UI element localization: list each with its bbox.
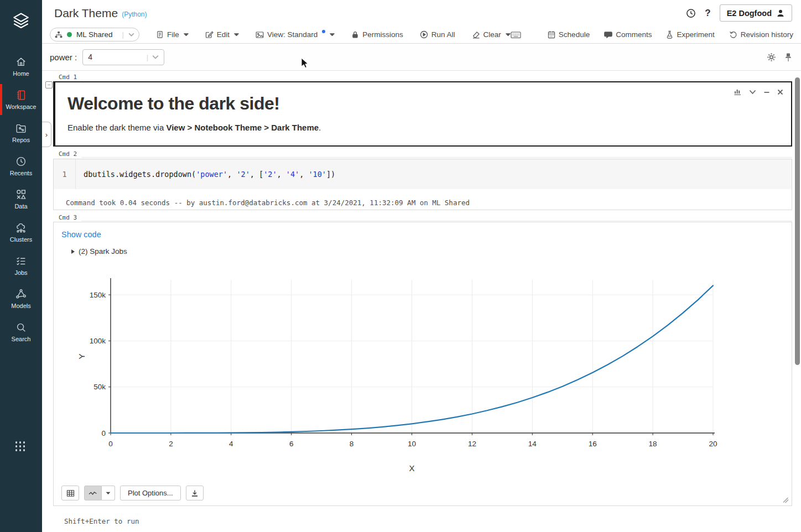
cmd1-label-row: Cmd 1 — [53, 74, 792, 81]
title-bar: Dark Theme (Python) ? E2 Dogfood — [42, 0, 801, 26]
caret-down-icon — [184, 33, 189, 36]
sidebar-item-label: Workspace — [6, 103, 37, 110]
line-chart: 02468101214161820050k100k150kXY — [54, 272, 793, 479]
cmd2-label-row: Cmd 2 — [53, 150, 792, 158]
sidebar-item-repos[interactable]: Repos — [0, 116, 42, 149]
file-icon — [156, 30, 164, 39]
svg-text:14: 14 — [528, 440, 537, 448]
recents-icon — [15, 155, 27, 168]
svg-text:2: 2 — [169, 440, 173, 448]
sidebar-item-label: Home — [13, 70, 29, 77]
svg-text:8: 8 — [350, 440, 354, 448]
download-chart-button[interactable] — [186, 486, 204, 500]
comments-button[interactable]: Comments — [604, 30, 652, 39]
sidebar-item-label: Clusters — [10, 236, 32, 243]
command-result: Command took 0.04 seconds -- by austin.f… — [66, 199, 792, 207]
clock-status-icon[interactable] — [686, 8, 696, 18]
file-menu[interactable]: File — [156, 30, 189, 39]
expand-triangle-icon — [71, 249, 75, 254]
chart-type-caret-button[interactable] — [102, 486, 115, 500]
svg-text:20: 20 — [709, 440, 717, 448]
widget-label: power : — [50, 53, 77, 62]
cluster-selector[interactable]: ML Shared | — [50, 28, 139, 41]
svg-text:6: 6 — [289, 440, 294, 448]
sidebar-item-search[interactable]: Search — [0, 315, 42, 348]
line-number: 1 — [54, 159, 76, 189]
close-cell-icon[interactable] — [777, 89, 783, 95]
code-cell[interactable]: 1 dbutils.widgets.dropdown('power', '2',… — [53, 159, 792, 210]
chart-controls: Plot Options... — [61, 486, 204, 500]
view-icon — [256, 31, 264, 39]
sidebar-item-label: Repos — [12, 137, 30, 143]
sitemap-icon — [55, 31, 63, 39]
dashboard-chart-icon[interactable] — [734, 88, 742, 96]
svg-text:X: X — [409, 463, 414, 473]
sidebar-item-recents[interactable]: Recents — [0, 149, 42, 182]
workspace-icon — [15, 89, 27, 101]
notebook-content: › Cmd 1 − — [42, 71, 801, 532]
view-menu[interactable]: View: Standard — [256, 30, 335, 39]
power-dropdown-value: 4 — [88, 53, 147, 61]
schedule-button[interactable]: Schedule — [548, 30, 590, 39]
account-button[interactable]: E2 Dogfood — [720, 4, 792, 22]
page-title: Dark Theme — [54, 7, 118, 20]
apps-grid-icon[interactable] — [0, 441, 42, 453]
line-chart-button[interactable] — [84, 486, 102, 500]
comment-icon — [604, 31, 612, 39]
databricks-logo-icon[interactable] — [0, 0, 42, 42]
show-table-button[interactable] — [61, 486, 79, 500]
pin-widgets-icon[interactable] — [784, 53, 792, 62]
sidebar-item-jobs[interactable]: Jobs — [0, 249, 42, 282]
repos-icon — [15, 122, 27, 134]
help-icon[interactable]: ? — [705, 8, 710, 19]
sidebar-item-label: Models — [11, 302, 30, 309]
spark-jobs-toggle[interactable]: (2) Spark Jobs — [71, 247, 127, 255]
edit-icon — [205, 30, 214, 39]
keyboard-shortcuts-icon[interactable] — [511, 31, 521, 39]
expand-panel-button[interactable]: › — [42, 122, 51, 147]
sidebar-item-label: Search — [12, 336, 31, 342]
revision-history-button[interactable]: Revision history — [729, 30, 793, 39]
plot-options-button[interactable]: Plot Options... — [120, 486, 181, 500]
cmd3-label-row: Cmd 3 — [53, 214, 792, 222]
code-editor[interactable]: 1 dbutils.widgets.dropdown('power', '2',… — [54, 159, 792, 189]
vertical-scrollbar[interactable] — [795, 77, 800, 365]
edit-menu[interactable]: Edit — [205, 30, 239, 39]
sidebar: Home Workspace Repos Recents Data Cluste… — [0, 0, 42, 532]
svg-text:0: 0 — [101, 429, 106, 437]
calendar-icon — [548, 30, 555, 39]
svg-text:100k: 100k — [90, 337, 106, 345]
run-all-button[interactable]: Run All — [420, 30, 455, 39]
chevron-down-icon — [152, 55, 159, 59]
sidebar-item-models[interactable]: Models — [0, 282, 42, 315]
resize-handle[interactable] — [782, 497, 789, 503]
home-icon — [15, 56, 27, 68]
markdown-cell[interactable]: Welcome to the dark side! Enable the dar… — [53, 81, 792, 147]
widget-settings-gear-icon[interactable] — [767, 53, 776, 62]
sidebar-item-label: Jobs — [14, 269, 27, 276]
user-icon — [776, 9, 785, 18]
chevron-down-icon[interactable] — [749, 90, 756, 95]
svg-text:0: 0 — [108, 440, 113, 448]
cluster-name: ML Shared — [76, 30, 118, 39]
permissions-button[interactable]: Permissions — [351, 30, 403, 39]
sidebar-item-home[interactable]: Home — [0, 50, 42, 83]
svg-text:10: 10 — [408, 440, 416, 448]
sidebar-item-label: Data — [14, 203, 27, 210]
chart-result-cell: Show code (2) Spark Jobs 024681012141618… — [53, 222, 792, 506]
jobs-icon — [15, 255, 27, 267]
power-dropdown[interactable]: 4 | — [82, 49, 164, 65]
show-code-link[interactable]: Show code — [61, 230, 101, 239]
minimize-cell-icon[interactable] — [763, 89, 770, 96]
clear-menu[interactable]: Clear — [472, 30, 511, 39]
search-icon — [15, 321, 27, 333]
experiment-button[interactable]: Experiment — [666, 30, 714, 39]
eraser-icon — [472, 31, 480, 39]
sidebar-item-clusters[interactable]: Clusters — [0, 216, 42, 249]
sidebar-item-workspace[interactable]: Workspace — [0, 83, 42, 116]
svg-text:4: 4 — [229, 440, 233, 448]
svg-text:18: 18 — [649, 440, 657, 448]
sidebar-item-data[interactable]: Data — [0, 182, 42, 216]
code-line: dbutils.widgets.dropdown('power', '2', [… — [76, 170, 335, 179]
collapse-cell-button[interactable]: − — [45, 81, 53, 88]
